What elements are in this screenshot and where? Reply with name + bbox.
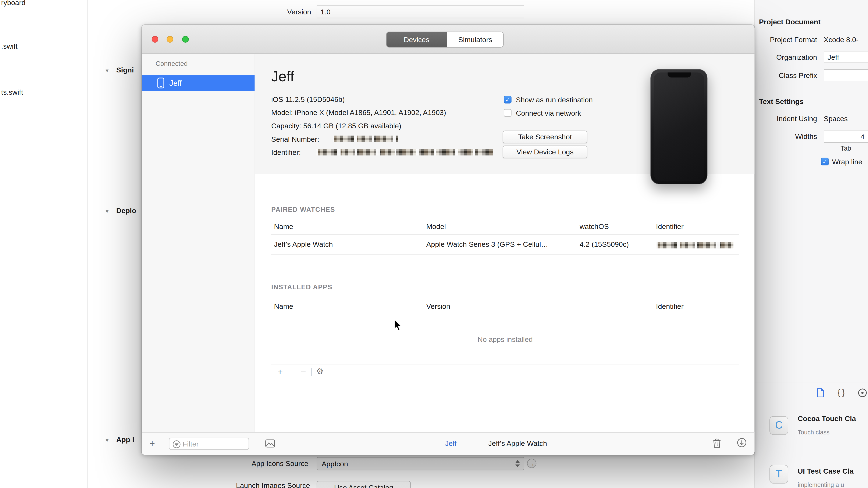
wrap-lines-label: Wrap line: [832, 158, 862, 166]
gear-icon[interactable]: ⚙: [316, 365, 323, 377]
disclosure-icon[interactable]: ▼: [105, 68, 110, 74]
devices-simulators-window: Devices Simulators Connected Jeff Jeff i…: [142, 25, 755, 455]
tab-simulators[interactable]: Simulators: [447, 32, 503, 47]
toolbar-separator: |: [310, 366, 313, 378]
device-os: iOS 11.2.5 (15D5046b): [271, 95, 345, 104]
paired-watches-title: PAIRED WATCHES: [271, 206, 335, 214]
minimize-button[interactable]: [166, 36, 173, 42]
app-icons-source-value: AppIcon: [322, 459, 348, 468]
tab-label: Tab: [824, 144, 868, 153]
sidebar-item-device[interactable]: Jeff: [142, 75, 255, 91]
navigator-file[interactable]: .swift: [1, 42, 18, 51]
indent-using-popup[interactable]: Spaces: [824, 115, 848, 124]
col-identifier: Identifier: [653, 302, 739, 310]
disclosure-icon[interactable]: ▼: [105, 208, 110, 215]
col-model: Model: [424, 222, 577, 230]
arrow-right-icon: →: [529, 460, 535, 466]
version-input[interactable]: [317, 5, 524, 19]
take-screenshot-button[interactable]: Take Screenshot: [503, 130, 587, 143]
library-divider: [755, 382, 868, 382]
download-icon[interactable]: [737, 437, 747, 448]
widths-label: Widths: [755, 132, 817, 140]
library-item-title: Cocoa Touch Cla: [798, 415, 856, 423]
app-icons-source-label: App Icons Source: [198, 459, 308, 468]
badge-letter: T: [776, 468, 782, 480]
device-model: Model: iPhone X (Model A1865, A1901, A19…: [271, 108, 446, 117]
col-name: Name: [271, 302, 424, 310]
inspector-panel: Project Document Project Format Xcode 8.…: [754, 0, 868, 488]
screenshot-thumbnail-icon[interactable]: [265, 439, 275, 448]
table-row[interactable]: Jeff’s Apple Watch Apple Watch Series 3 …: [271, 235, 739, 255]
project-format-popup[interactable]: Xcode 8.0-: [824, 35, 859, 44]
watch-identifier-redacted: [656, 241, 734, 248]
identifier-label: Identifier:: [271, 148, 301, 157]
show-run-destination-label: Show as run destination: [516, 96, 593, 105]
project-document-title: Project Document: [759, 18, 820, 27]
class-prefix-input[interactable]: [824, 69, 868, 82]
connect-via-network-label: Connect via network: [516, 109, 581, 118]
filter-input[interactable]: [183, 438, 248, 449]
watch-os-version: 4.2 (15S5090c): [577, 240, 653, 249]
installed-apps-table: Name Version Identifier No apps installe…: [271, 298, 739, 365]
section-app-icons: App I: [116, 435, 134, 444]
window-footer: + Jeff Jeff’s Apple Watch: [142, 432, 755, 455]
navigator-file[interactable]: ts.swift: [1, 88, 23, 97]
close-button[interactable]: [152, 36, 158, 42]
project-format-label: Project Format: [755, 35, 817, 44]
add-app-button[interactable]: +: [277, 366, 283, 378]
launch-images-source-label: Launch Images Source: [199, 482, 310, 488]
screen: ryboard .swift ts.swift Version ▼ Signi …: [0, 0, 868, 488]
organization-input[interactable]: [824, 51, 868, 63]
file-template-icon[interactable]: [815, 388, 826, 398]
class-template-icon: C: [770, 416, 788, 435]
jump-arrow-button[interactable]: →: [527, 459, 536, 468]
table-header-row: Name Version Identifier: [271, 298, 739, 314]
serial-number-label: Serial Number:: [271, 135, 319, 144]
indent-using-label: Indent Using: [755, 115, 817, 123]
class-prefix-label: Class Prefix: [755, 71, 817, 79]
show-run-destination-checkbox[interactable]: ✓: [504, 96, 512, 104]
badge-letter: C: [775, 419, 783, 431]
launch-images-source-button[interactable]: Use Asset Catalog: [317, 481, 411, 488]
trash-icon[interactable]: [712, 437, 721, 448]
disclosure-icon[interactable]: ▼: [105, 437, 110, 444]
mouse-cursor: [394, 319, 403, 332]
check-icon: ✓: [823, 158, 827, 165]
organization-label: Organization: [755, 53, 817, 61]
col-identifier: Identifier: [653, 222, 739, 230]
media-library-icon[interactable]: [858, 388, 867, 398]
widths-input[interactable]: [824, 130, 868, 142]
watch-name: Jeff’s Apple Watch: [271, 240, 424, 249]
app-icons-source-popup[interactable]: AppIcon: [317, 457, 524, 470]
footer-watch-label: Jeff’s Apple Watch: [488, 439, 547, 448]
col-name: Name: [271, 222, 424, 230]
footer-device-link[interactable]: Jeff: [445, 439, 457, 448]
paired-watches-table: Name Model watchOS Identifier Jeff’s App…: [271, 219, 739, 255]
tab-devices[interactable]: Devices: [386, 32, 447, 47]
library-item-subtitle: Touch class: [798, 428, 830, 436]
installed-apps-title: INSTALLED APPS: [271, 283, 332, 291]
navigator-divider[interactable]: [87, 0, 88, 488]
wrap-lines-checkbox[interactable]: ✓: [821, 158, 829, 165]
connect-via-network-checkbox[interactable]: [504, 109, 512, 117]
devices-simulators-tabs: Devices Simulators: [386, 32, 504, 48]
iphone-notch: [667, 72, 691, 77]
device-capacity: Capacity: 56.14 GB (12.85 GB available): [271, 122, 401, 131]
device-title: Jeff: [271, 68, 294, 85]
remove-app-button[interactable]: −: [301, 366, 306, 378]
section-signing: Signi: [116, 66, 134, 75]
view-device-logs-button[interactable]: View Device Logs: [503, 145, 587, 158]
filter-icon: [172, 440, 181, 449]
identifier-redacted: [316, 149, 493, 156]
table-header-row: Name Model watchOS Identifier: [271, 219, 739, 235]
navigator-file[interactable]: ryboard: [1, 0, 25, 7]
serial-number-redacted: [333, 135, 398, 142]
add-device-button[interactable]: +: [149, 437, 155, 450]
filter-field[interactable]: [169, 437, 249, 450]
popup-arrows-icon: [516, 460, 521, 467]
class-template-icon: T: [770, 465, 788, 484]
code-snippet-icon[interactable]: { }: [837, 388, 845, 397]
version-label: Version: [222, 8, 311, 17]
empty-state: No apps installed: [271, 314, 739, 365]
zoom-button[interactable]: [182, 36, 189, 42]
